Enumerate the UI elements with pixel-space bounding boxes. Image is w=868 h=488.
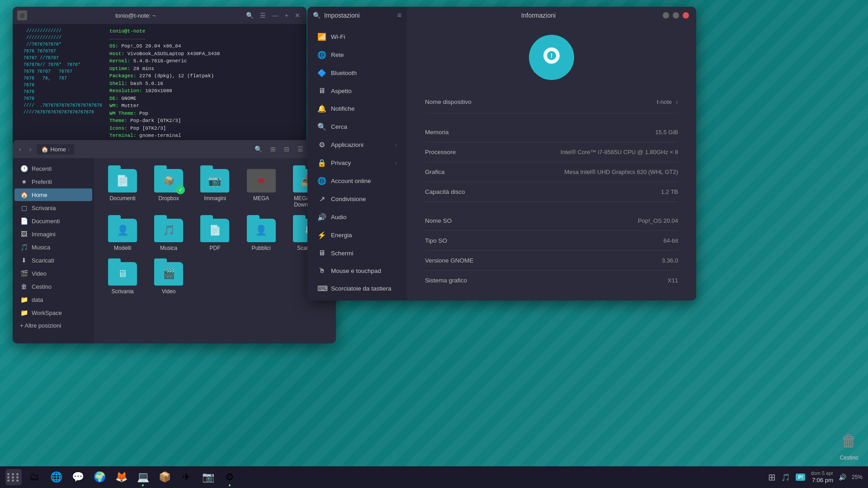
folder-mega[interactable]: M MEGA	[240, 165, 283, 211]
terminal-app-icon: ⬛	[17, 10, 27, 20]
settings-item-aspetto[interactable]: 🖥 Aspetto	[310, 82, 404, 99]
nomeso-value: Pop!_OS 20.04	[638, 217, 678, 224]
sidebar-item-home[interactable]: 🏠 Home	[14, 188, 92, 201]
grafica-label: Grafica	[425, 169, 445, 175]
sidebar-item-documenti[interactable]: 📄 Documenti	[14, 215, 92, 227]
taskbar-archive[interactable]: 📦	[155, 467, 175, 487]
folder-pubblici[interactable]: 👤 Pubblici	[240, 215, 283, 255]
settings-item-audio[interactable]: 🔊 Audio	[310, 208, 404, 226]
settings-item-energia[interactable]: ⚡ Energia	[310, 226, 404, 244]
fm-forward-btn[interactable]: ›	[27, 144, 34, 155]
grafica-row: Grafica Mesa Intel® UHD Graphics 620 (WH…	[425, 162, 678, 182]
settings-item-privacy[interactable]: 🔒 Privacy ›	[310, 154, 404, 172]
settings-item-condivisione[interactable]: ↗ Condivisione	[310, 190, 404, 208]
fm-back-btn[interactable]: ‹	[16, 144, 24, 155]
sidebar-item-video[interactable]: 🎬 Video	[14, 267, 92, 280]
sidebar-item-scaricati[interactable]: ⬇ Scaricati	[14, 254, 92, 267]
taskbar-firefox[interactable]: 🦊	[111, 467, 131, 487]
sidebar-item-scrivania[interactable]: ▢ Scrivania	[14, 202, 92, 214]
taskbar-chrome[interactable]: 🌐	[46, 467, 66, 487]
sidebar-item-recenti[interactable]: 🕐 Recenti	[14, 162, 92, 175]
settings-menu-icon[interactable]: ≡	[397, 11, 401, 19]
files-icon: 🗂	[29, 471, 39, 483]
folder-scrivania[interactable]: 🖥 Scrivania	[101, 258, 144, 298]
settings-sidebar: 📶 Wi-Fi 🌐 Rete 🔷 Bluetooth 🖥 Aspetto 🔔 N…	[307, 24, 407, 300]
app-grid-button[interactable]	[5, 469, 22, 485]
fm-search-btn[interactable]: 🔍	[252, 144, 265, 155]
folder-modelli[interactable]: 👤 Modelli	[101, 215, 144, 255]
settings-item-schermi[interactable]: 🖥 Schermi	[310, 244, 404, 262]
taskbar-telegram[interactable]: ✈	[176, 467, 196, 487]
sidebar-item-cestino[interactable]: 🗑 Cestino	[14, 280, 92, 293]
device-name-row[interactable]: Nome dispositivo t-note	[425, 91, 678, 113]
taskbar-volume-icon[interactable]: 🔊	[839, 474, 846, 481]
fm-view-list-btn[interactable]: ⊟	[281, 144, 292, 155]
fm-menu-btn[interactable]: ☰	[295, 144, 306, 155]
sidebar-item-immagini[interactable]: 🖼 Immagini	[14, 228, 92, 240]
settings-item-bluetooth[interactable]: 🔷 Bluetooth	[310, 64, 404, 82]
sidebar-item-musica[interactable]: 🎵 Musica	[14, 241, 92, 253]
settings-item-mouse[interactable]: 🖱 Mouse e touchpad	[310, 262, 404, 279]
terminal-search-btn[interactable]: 🔍	[244, 12, 255, 19]
taskbar-date: dom 5 apr	[811, 470, 833, 476]
taskbar-camera[interactable]: 📷	[198, 467, 218, 487]
taskbar-datetime[interactable]: dom 5 apr 7:06 pm	[811, 470, 833, 484]
settings-content: ! Nome dispositivo t-note Memoria 15,5 G…	[407, 24, 696, 300]
folder-video[interactable]: 🎬 Video	[147, 258, 190, 298]
taskbar-apps: 🗂 🌐 💬 🌍 🦊 💻 📦 ✈ 📷 ⚙	[24, 467, 765, 487]
privacy-icon: 🔒	[317, 159, 326, 167]
sidebar-item-workspace[interactable]: 📁 WorkSpace	[14, 306, 92, 319]
archive-icon: 📦	[159, 471, 171, 483]
terminal-close-btn[interactable]: ✕	[293, 12, 302, 19]
memoria-row: Memoria 15,5 GiB	[425, 122, 678, 142]
taskbar-settings[interactable]: ⚙	[220, 467, 240, 487]
disco-value: 1,2 TB	[661, 188, 678, 195]
folder-pdf[interactable]: 📄 PDF	[193, 215, 236, 255]
musica-icon: 🎵	[20, 244, 28, 251]
camera-icon: 📷	[202, 471, 214, 483]
folder-musica[interactable]: 🎵 Musica	[147, 215, 190, 255]
settings-item-applicazioni[interactable]: ⚙ Applicazioni ›	[310, 136, 404, 154]
tiposo-row: Tipo SO 64-bit	[425, 231, 678, 251]
sidebar-item-data[interactable]: 📁 data	[14, 293, 92, 306]
settings-item-rete[interactable]: 🌐 Rete	[310, 46, 404, 64]
settings-item-notifiche[interactable]: 🔔 Notifiche	[310, 100, 404, 117]
settings-item-cerca[interactable]: 🔍 Cerca	[310, 118, 404, 136]
taskbar-terminal[interactable]: 💻	[133, 467, 153, 487]
recenti-icon: 🕐	[20, 165, 28, 172]
folder-documenti[interactable]: 📄 Documenti	[101, 165, 144, 211]
folder-immagini[interactable]: 📷 Immagini	[193, 165, 236, 211]
settings-minimize-btn[interactable]	[663, 12, 669, 19]
privacy-arrow: ›	[395, 160, 397, 166]
settings-item-tastiera[interactable]: ⌨ Scorciatoie da tastiera	[310, 280, 404, 297]
terminal-minimize-btn[interactable]: —	[270, 12, 280, 19]
terminal-menu-btn[interactable]: ☰	[258, 12, 268, 19]
terminal-controls[interactable]: 🔍 ☰ — + ✕	[244, 12, 302, 19]
trash-desktop[interactable]: 🗑 Cestino	[839, 429, 859, 461]
settings-search-icon: 🔍	[313, 12, 321, 19]
taskbar-media-icon[interactable]: 🎵	[781, 473, 790, 482]
info-title: Informazioni	[414, 12, 663, 19]
home-icon: 🏠	[20, 191, 28, 198]
processore-value: Intel® Core™ i7-8565U CPU @ 1.80GHz × 8	[561, 149, 678, 155]
taskbar-pop-badge[interactable]: P!	[796, 474, 805, 481]
chrome-icon: 🌐	[50, 471, 62, 483]
folder-dropbox[interactable]: 📦 ✓ Dropbox	[147, 165, 190, 211]
settings-close-btn[interactable]	[683, 12, 689, 19]
fm-path-bar: 🏠 Home ›	[37, 144, 74, 155]
taskbar-workspace-icon[interactable]: ⊞	[768, 472, 776, 483]
sidebar-item-preferiti[interactable]: ★ Preferiti	[14, 175, 92, 188]
settings-item-stampanti[interactable]: 🖨 Stampanti	[310, 298, 404, 300]
taskbar-mail[interactable]: 💬	[68, 467, 88, 487]
taskbar-files[interactable]: 🗂	[24, 467, 44, 487]
settings-item-wifi[interactable]: 📶 Wi-Fi	[310, 28, 404, 46]
settings-label-applicazioni: Applicazioni	[331, 141, 363, 148]
processore-label: Processore	[425, 149, 456, 155]
settings-item-account-online[interactable]: 🌐 Account online	[310, 172, 404, 190]
info-divider-2	[425, 202, 678, 211]
settings-maximize-btn[interactable]	[673, 12, 679, 19]
taskbar-chromium[interactable]: 🌍	[90, 467, 109, 487]
fm-view-btn[interactable]: ⊞	[268, 144, 278, 155]
sidebar-item-altre[interactable]: + Altre posizioni	[14, 319, 92, 332]
terminal-maximize-btn[interactable]: +	[283, 12, 290, 19]
